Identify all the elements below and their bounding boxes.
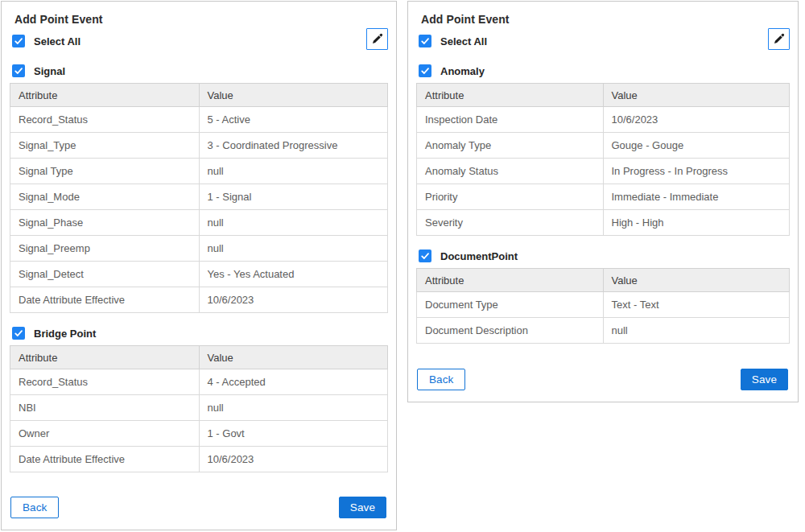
eyedropper-button[interactable] xyxy=(768,28,790,50)
save-button[interactable]: Save xyxy=(741,369,788,390)
eyedropper-button[interactable] xyxy=(366,28,388,50)
back-button[interactable]: Back xyxy=(10,497,59,518)
select-all-row[interactable]: Select All xyxy=(12,35,388,47)
value-cell: 5 - Active xyxy=(199,107,388,133)
table-row: Date Attribute Effective10/6/2023 xyxy=(10,447,388,472)
check-icon xyxy=(420,66,430,76)
table-row: Anomaly StatusIn Progress - In Progress xyxy=(417,159,790,184)
table-row: Date Attribute Effective10/6/2023 xyxy=(10,287,388,313)
attribute-table: AttributeValueRecord_Status4 - AcceptedN… xyxy=(10,345,388,472)
attribute-cell: Inspection Date xyxy=(417,107,604,133)
attribute-cell: Anomaly Type xyxy=(417,133,604,159)
page-title: Add Point Event xyxy=(14,13,388,26)
value-cell: 10/6/2023 xyxy=(603,107,790,133)
footer-actions: Back Save xyxy=(416,369,790,392)
attribute-cell: NBI xyxy=(10,395,200,421)
group-checkbox[interactable] xyxy=(419,64,431,77)
attribute-cell: Date Attribute Effective xyxy=(10,287,200,313)
value-cell: 4 - Accepted xyxy=(199,369,388,395)
value-cell: 1 - Signal xyxy=(199,184,388,210)
attribute-table: AttributeValueInspection Date10/6/2023An… xyxy=(416,83,790,236)
attribute-cell: Signal_Detect xyxy=(10,262,200,287)
value-cell: null xyxy=(603,318,790,344)
groups-container: AnomalyAttributeValueInspection Date10/6… xyxy=(416,51,790,344)
table-row: Record_Status5 - Active xyxy=(10,107,388,133)
add-point-event-panel-right: Add Point Event Select All AnomalyAttrib… xyxy=(407,1,799,402)
value-cell: Text - Text xyxy=(603,292,790,318)
group-label: Anomaly xyxy=(440,65,485,77)
table-row: Signal_DetectYes - Yes Actuated xyxy=(10,262,388,287)
group-checkbox-row[interactable]: Signal xyxy=(12,64,388,77)
select-all-label: Select All xyxy=(34,35,80,47)
value-cell: 3 - Coordinated Progressive xyxy=(199,133,388,159)
check-icon xyxy=(14,66,23,76)
page-title: Add Point Event xyxy=(421,13,790,26)
attribute-cell: Date Attribute Effective xyxy=(10,447,200,472)
attribute-cell: Signal_Mode xyxy=(10,184,200,210)
attribute-cell: Severity xyxy=(417,210,604,236)
group-section: DocumentPointAttributeValueDocument Type… xyxy=(416,250,790,344)
group-checkbox-row[interactable]: DocumentPoint xyxy=(419,250,790,262)
group-checkbox[interactable] xyxy=(12,64,25,77)
select-all-row[interactable]: Select All xyxy=(419,35,790,47)
group-label: Bridge Point xyxy=(34,328,96,340)
footer-actions: Back Save xyxy=(10,497,388,520)
value-cell: null xyxy=(199,236,388,262)
screen: Add Point Event Select All SignalAttribu… xyxy=(0,0,805,532)
select-all-label: Select All xyxy=(440,35,487,47)
table-row: Signal Typenull xyxy=(10,159,388,184)
back-button[interactable]: Back xyxy=(417,369,465,390)
save-button[interactable]: Save xyxy=(339,497,386,518)
value-cell: In Progress - In Progress xyxy=(603,159,790,184)
column-header: Attribute xyxy=(10,346,200,369)
table-row: Owner1 - Govt xyxy=(10,421,388,447)
value-cell: 10/6/2023 xyxy=(199,447,388,472)
value-cell: High - High xyxy=(603,210,790,236)
select-all-checkbox[interactable] xyxy=(12,35,25,47)
group-checkbox-row[interactable]: Bridge Point xyxy=(12,327,388,340)
value-cell: null xyxy=(199,159,388,184)
table-row: Anomaly TypeGouge - Gouge xyxy=(417,133,790,159)
attribute-cell: Record_Status xyxy=(10,107,200,133)
group-section: SignalAttributeValueRecord_Status5 - Act… xyxy=(10,64,388,313)
table-row: SeverityHigh - High xyxy=(417,210,790,236)
select-all-checkbox[interactable] xyxy=(419,35,431,47)
attribute-cell: Document Description xyxy=(417,318,604,344)
check-icon xyxy=(14,36,23,46)
value-cell: 1 - Govt xyxy=(199,421,388,447)
group-checkbox[interactable] xyxy=(12,327,25,340)
table-row: Signal_Phasenull xyxy=(10,210,388,236)
table-row: Document Descriptionnull xyxy=(417,318,790,344)
attribute-cell: Signal_Preemp xyxy=(10,236,200,262)
table-row: PriorityImmediate - Immediate xyxy=(417,184,790,210)
column-header: Value xyxy=(199,346,388,369)
table-row: Signal_Mode1 - Signal xyxy=(10,184,388,210)
column-header: Value xyxy=(603,269,790,292)
attribute-table: AttributeValueDocument TypeText - TextDo… xyxy=(416,268,790,344)
attribute-cell: Anomaly Status xyxy=(417,159,604,184)
value-cell: Yes - Yes Actuated xyxy=(199,262,388,287)
check-icon xyxy=(420,251,430,261)
table-row: Inspection Date10/6/2023 xyxy=(417,107,790,133)
group-checkbox-row[interactable]: Anomaly xyxy=(419,64,790,77)
groups-container: SignalAttributeValueRecord_Status5 - Act… xyxy=(10,51,388,472)
group-label: Signal xyxy=(34,65,65,77)
attribute-cell: Document Type xyxy=(417,292,604,318)
attribute-cell: Priority xyxy=(417,184,604,210)
column-header: Attribute xyxy=(10,84,200,107)
attribute-table: AttributeValueRecord_Status5 - ActiveSig… xyxy=(10,83,388,313)
table-header-row: AttributeValue xyxy=(417,84,790,107)
check-icon xyxy=(420,36,430,46)
group-label: DocumentPoint xyxy=(440,250,518,262)
table-header-row: AttributeValue xyxy=(10,84,388,107)
column-header: Attribute xyxy=(417,269,604,292)
table-row: Signal_Type3 - Coordinated Progressive xyxy=(10,133,388,159)
attribute-cell: Signal_Phase xyxy=(10,210,200,236)
group-checkbox[interactable] xyxy=(419,250,431,262)
table-row: Signal_Preempnull xyxy=(10,236,388,262)
column-header: Value xyxy=(603,84,790,107)
add-point-event-panel-left: Add Point Event Select All SignalAttribu… xyxy=(1,1,397,530)
column-header: Attribute xyxy=(417,84,604,107)
value-cell: Gouge - Gouge xyxy=(603,133,790,159)
attribute-cell: Record_Status xyxy=(10,369,200,395)
